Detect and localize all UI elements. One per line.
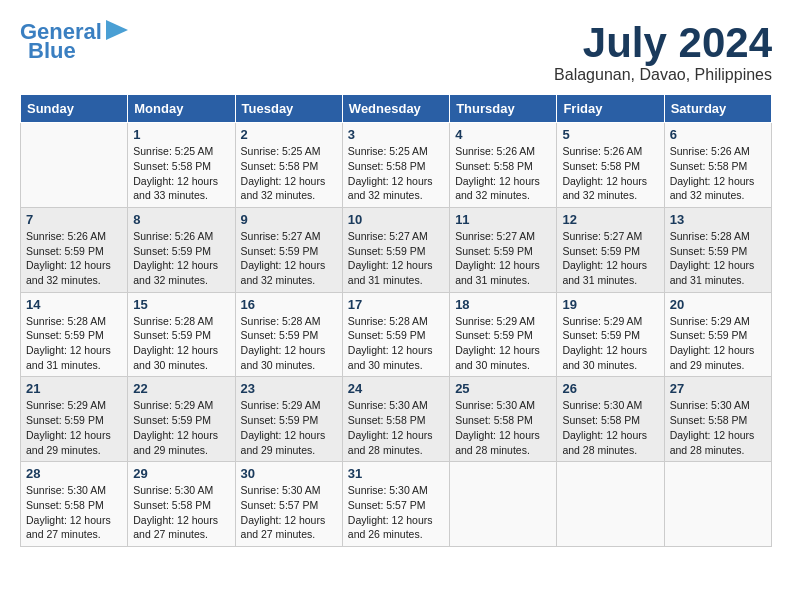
day-number: 4 xyxy=(455,127,551,142)
title-block: July 2024 Balagunan, Davao, Philippines xyxy=(554,20,772,84)
day-info: Sunrise: 5:25 AM Sunset: 5:58 PM Dayligh… xyxy=(241,144,337,203)
day-info: Sunrise: 5:30 AM Sunset: 5:57 PM Dayligh… xyxy=(348,483,444,542)
svg-marker-0 xyxy=(106,20,128,40)
header-friday: Friday xyxy=(557,95,664,123)
calendar-cell: 16Sunrise: 5:28 AM Sunset: 5:59 PM Dayli… xyxy=(235,292,342,377)
page-header: General Blue July 2024 Balagunan, Davao,… xyxy=(20,20,772,84)
calendar-cell: 6Sunrise: 5:26 AM Sunset: 5:58 PM Daylig… xyxy=(664,123,771,208)
calendar-cell: 22Sunrise: 5:29 AM Sunset: 5:59 PM Dayli… xyxy=(128,377,235,462)
calendar-cell: 26Sunrise: 5:30 AM Sunset: 5:58 PM Dayli… xyxy=(557,377,664,462)
header-wednesday: Wednesday xyxy=(342,95,449,123)
day-info: Sunrise: 5:29 AM Sunset: 5:59 PM Dayligh… xyxy=(455,314,551,373)
calendar-cell: 18Sunrise: 5:29 AM Sunset: 5:59 PM Dayli… xyxy=(450,292,557,377)
day-info: Sunrise: 5:26 AM Sunset: 5:58 PM Dayligh… xyxy=(670,144,766,203)
day-info: Sunrise: 5:26 AM Sunset: 5:58 PM Dayligh… xyxy=(562,144,658,203)
calendar-cell: 23Sunrise: 5:29 AM Sunset: 5:59 PM Dayli… xyxy=(235,377,342,462)
calendar-cell: 11Sunrise: 5:27 AM Sunset: 5:59 PM Dayli… xyxy=(450,207,557,292)
day-number: 7 xyxy=(26,212,122,227)
day-number: 19 xyxy=(562,297,658,312)
calendar-table: SundayMondayTuesdayWednesdayThursdayFrid… xyxy=(20,94,772,547)
day-number: 9 xyxy=(241,212,337,227)
location: Balagunan, Davao, Philippines xyxy=(554,66,772,84)
day-info: Sunrise: 5:25 AM Sunset: 5:58 PM Dayligh… xyxy=(348,144,444,203)
day-info: Sunrise: 5:27 AM Sunset: 5:59 PM Dayligh… xyxy=(348,229,444,288)
month-title: July 2024 xyxy=(554,20,772,66)
day-number: 22 xyxy=(133,381,229,396)
calendar-cell: 7Sunrise: 5:26 AM Sunset: 5:59 PM Daylig… xyxy=(21,207,128,292)
day-info: Sunrise: 5:29 AM Sunset: 5:59 PM Dayligh… xyxy=(133,398,229,457)
header-tuesday: Tuesday xyxy=(235,95,342,123)
calendar-week-row: 28Sunrise: 5:30 AM Sunset: 5:58 PM Dayli… xyxy=(21,462,772,547)
day-number: 14 xyxy=(26,297,122,312)
calendar-cell: 4Sunrise: 5:26 AM Sunset: 5:58 PM Daylig… xyxy=(450,123,557,208)
calendar-cell: 20Sunrise: 5:29 AM Sunset: 5:59 PM Dayli… xyxy=(664,292,771,377)
day-info: Sunrise: 5:28 AM Sunset: 5:59 PM Dayligh… xyxy=(348,314,444,373)
calendar-cell: 14Sunrise: 5:28 AM Sunset: 5:59 PM Dayli… xyxy=(21,292,128,377)
header-sunday: Sunday xyxy=(21,95,128,123)
calendar-cell: 15Sunrise: 5:28 AM Sunset: 5:59 PM Dayli… xyxy=(128,292,235,377)
day-number: 12 xyxy=(562,212,658,227)
day-info: Sunrise: 5:28 AM Sunset: 5:59 PM Dayligh… xyxy=(670,229,766,288)
calendar-cell: 29Sunrise: 5:30 AM Sunset: 5:58 PM Dayli… xyxy=(128,462,235,547)
day-number: 23 xyxy=(241,381,337,396)
day-number: 18 xyxy=(455,297,551,312)
calendar-cell: 3Sunrise: 5:25 AM Sunset: 5:58 PM Daylig… xyxy=(342,123,449,208)
day-info: Sunrise: 5:27 AM Sunset: 5:59 PM Dayligh… xyxy=(241,229,337,288)
day-number: 2 xyxy=(241,127,337,142)
calendar-week-row: 21Sunrise: 5:29 AM Sunset: 5:59 PM Dayli… xyxy=(21,377,772,462)
calendar-cell: 17Sunrise: 5:28 AM Sunset: 5:59 PM Dayli… xyxy=(342,292,449,377)
calendar-cell: 24Sunrise: 5:30 AM Sunset: 5:58 PM Dayli… xyxy=(342,377,449,462)
calendar-cell: 27Sunrise: 5:30 AM Sunset: 5:58 PM Dayli… xyxy=(664,377,771,462)
calendar-cell: 9Sunrise: 5:27 AM Sunset: 5:59 PM Daylig… xyxy=(235,207,342,292)
day-number: 3 xyxy=(348,127,444,142)
day-number: 30 xyxy=(241,466,337,481)
day-number: 10 xyxy=(348,212,444,227)
day-number: 6 xyxy=(670,127,766,142)
day-number: 21 xyxy=(26,381,122,396)
day-number: 11 xyxy=(455,212,551,227)
calendar-cell xyxy=(21,123,128,208)
calendar-cell: 31Sunrise: 5:30 AM Sunset: 5:57 PM Dayli… xyxy=(342,462,449,547)
calendar-cell: 12Sunrise: 5:27 AM Sunset: 5:59 PM Dayli… xyxy=(557,207,664,292)
day-info: Sunrise: 5:30 AM Sunset: 5:58 PM Dayligh… xyxy=(562,398,658,457)
day-info: Sunrise: 5:26 AM Sunset: 5:59 PM Dayligh… xyxy=(133,229,229,288)
logo-blue-text: Blue xyxy=(28,40,76,62)
calendar-cell: 21Sunrise: 5:29 AM Sunset: 5:59 PM Dayli… xyxy=(21,377,128,462)
day-info: Sunrise: 5:28 AM Sunset: 5:59 PM Dayligh… xyxy=(241,314,337,373)
day-info: Sunrise: 5:26 AM Sunset: 5:59 PM Dayligh… xyxy=(26,229,122,288)
day-info: Sunrise: 5:29 AM Sunset: 5:59 PM Dayligh… xyxy=(670,314,766,373)
day-info: Sunrise: 5:30 AM Sunset: 5:57 PM Dayligh… xyxy=(241,483,337,542)
calendar-week-row: 1Sunrise: 5:25 AM Sunset: 5:58 PM Daylig… xyxy=(21,123,772,208)
day-info: Sunrise: 5:25 AM Sunset: 5:58 PM Dayligh… xyxy=(133,144,229,203)
day-info: Sunrise: 5:30 AM Sunset: 5:58 PM Dayligh… xyxy=(670,398,766,457)
calendar-cell xyxy=(450,462,557,547)
day-info: Sunrise: 5:27 AM Sunset: 5:59 PM Dayligh… xyxy=(562,229,658,288)
calendar-week-row: 14Sunrise: 5:28 AM Sunset: 5:59 PM Dayli… xyxy=(21,292,772,377)
calendar-cell xyxy=(664,462,771,547)
calendar-cell xyxy=(557,462,664,547)
header-monday: Monday xyxy=(128,95,235,123)
day-info: Sunrise: 5:30 AM Sunset: 5:58 PM Dayligh… xyxy=(26,483,122,542)
day-number: 15 xyxy=(133,297,229,312)
day-info: Sunrise: 5:30 AM Sunset: 5:58 PM Dayligh… xyxy=(455,398,551,457)
calendar-cell: 13Sunrise: 5:28 AM Sunset: 5:59 PM Dayli… xyxy=(664,207,771,292)
day-info: Sunrise: 5:29 AM Sunset: 5:59 PM Dayligh… xyxy=(26,398,122,457)
day-number: 1 xyxy=(133,127,229,142)
calendar-cell: 1Sunrise: 5:25 AM Sunset: 5:58 PM Daylig… xyxy=(128,123,235,208)
logo-arrow-icon xyxy=(106,20,128,40)
day-number: 16 xyxy=(241,297,337,312)
day-number: 29 xyxy=(133,466,229,481)
day-info: Sunrise: 5:28 AM Sunset: 5:59 PM Dayligh… xyxy=(26,314,122,373)
calendar-cell: 2Sunrise: 5:25 AM Sunset: 5:58 PM Daylig… xyxy=(235,123,342,208)
day-number: 20 xyxy=(670,297,766,312)
calendar-cell: 5Sunrise: 5:26 AM Sunset: 5:58 PM Daylig… xyxy=(557,123,664,208)
day-info: Sunrise: 5:27 AM Sunset: 5:59 PM Dayligh… xyxy=(455,229,551,288)
calendar-cell: 19Sunrise: 5:29 AM Sunset: 5:59 PM Dayli… xyxy=(557,292,664,377)
calendar-header-row: SundayMondayTuesdayWednesdayThursdayFrid… xyxy=(21,95,772,123)
day-info: Sunrise: 5:29 AM Sunset: 5:59 PM Dayligh… xyxy=(241,398,337,457)
day-number: 13 xyxy=(670,212,766,227)
logo: General Blue xyxy=(20,20,128,62)
day-number: 24 xyxy=(348,381,444,396)
day-info: Sunrise: 5:26 AM Sunset: 5:58 PM Dayligh… xyxy=(455,144,551,203)
header-saturday: Saturday xyxy=(664,95,771,123)
